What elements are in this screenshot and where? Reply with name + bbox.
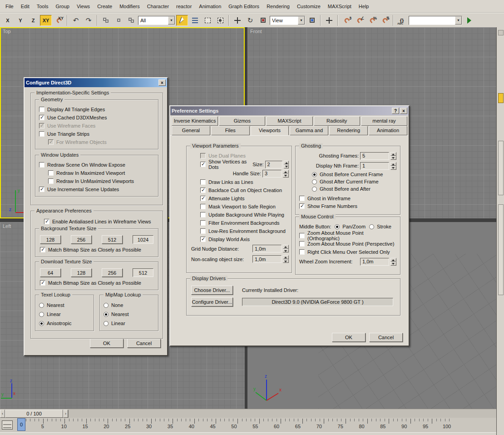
- radio-mipmap-nearest[interactable]: Nearest: [104, 310, 154, 319]
- rectangular-selection-region-button[interactable]: [202, 15, 213, 26]
- checkbox[interactable]: [40, 280, 45, 286]
- command-panel-button-sliver[interactable]: [498, 93, 504, 103]
- checkbox-attenuate-lights[interactable]: Attenuate Lights: [200, 194, 289, 203]
- axis-constraint-xy-button[interactable]: XY: [40, 15, 52, 26]
- checkbox-show-frame-numbers[interactable]: Show Frame Numbers: [299, 202, 396, 210]
- vertex-size-spinner[interactable]: [284, 161, 289, 168]
- radio-ghost-before-current[interactable]: Ghost Before Current Frame: [312, 171, 396, 178]
- handle-size-spinner[interactable]: [283, 170, 289, 178]
- menu-help[interactable]: Help: [355, 2, 373, 10]
- axis-constraint-x-button[interactable]: X: [2, 15, 14, 26]
- tab-radiosity[interactable]: Radiosity: [314, 116, 360, 126]
- redo-button[interactable]: ↷: [83, 15, 94, 26]
- checkbox-use-triangle-strips[interactable]: Use Triangle Strips: [39, 130, 154, 138]
- checkbox-redraw-in-maximized-viewport[interactable]: Redraw In Maximized Viewport: [48, 169, 154, 177]
- mini-curve-editor-button[interactable]: [2, 420, 13, 430]
- menu-graph-editors[interactable]: Graph Editors: [225, 2, 263, 10]
- checkbox-ghost-in-wireframe[interactable]: Ghost in Wireframe: [299, 194, 396, 202]
- select-object-button[interactable]: [176, 15, 188, 26]
- bg-size-256-button[interactable]: 256: [71, 235, 92, 244]
- menu-edit[interactable]: Edit: [17, 2, 33, 10]
- track-bar-ruler[interactable]: 0510152025303540455055606570758085909510…: [17, 418, 451, 432]
- checkbox-filter-environment-backgrounds[interactable]: Filter Environment Backgrounds: [200, 219, 289, 227]
- close-button[interactable]: ×: [400, 108, 407, 114]
- select-and-manipulate-button[interactable]: [323, 15, 335, 26]
- tab-general[interactable]: General: [172, 126, 210, 135]
- percent-snap-button[interactable]: %: [366, 15, 378, 26]
- checkbox-match-bitmap-size[interactable]: Match Bitmap Size as Closely as Possible: [37, 246, 156, 254]
- checkbox[interactable]: [39, 162, 44, 168]
- checkbox[interactable]: [44, 219, 49, 224]
- spinner-snap-button[interactable]: ⇅: [379, 15, 390, 26]
- radio-button[interactable]: [39, 303, 44, 308]
- radio-mipmap-linear[interactable]: Linear: [104, 319, 154, 328]
- window-crossing-button[interactable]: [214, 15, 226, 26]
- radio-ghost-after-current[interactable]: Ghost After Current Frame: [312, 178, 396, 185]
- axis-constraint-z-button[interactable]: Z: [27, 15, 39, 26]
- cancel-button[interactable]: Cancel: [369, 333, 403, 342]
- tab-inverse-kinematics[interactable]: Inverse Kinematics: [172, 116, 218, 126]
- checkbox[interactable]: [200, 204, 206, 209]
- time-slider-thumb[interactable]: ‹ 0 / 100 ›: [0, 410, 68, 418]
- radio-button[interactable]: [312, 172, 317, 177]
- checkbox[interactable]: [39, 123, 44, 129]
- checkbox-match-bitmap-size[interactable]: Match Bitmap Size as Closely as Possible: [37, 279, 156, 287]
- radio-texel-linear[interactable]: Linear: [39, 310, 90, 319]
- menu-maxscript[interactable]: MAXScript: [324, 2, 355, 10]
- dl-size-64-button[interactable]: 64: [40, 268, 61, 277]
- configure-driver-button[interactable]: Configure Driver...: [191, 297, 233, 306]
- dl-size-256-button[interactable]: 256: [102, 268, 123, 277]
- checkbox-backface-cull[interactable]: Backface Cull on Object Creation: [200, 186, 289, 194]
- checkbox[interactable]: [299, 203, 305, 209]
- snap-toggle-button[interactable]: 3: [341, 15, 352, 26]
- unlink-selection-button[interactable]: [113, 15, 124, 26]
- nth-frame-field[interactable]: 1: [360, 162, 389, 170]
- undo-button[interactable]: ↶: [70, 15, 82, 26]
- tab-files[interactable]: Files: [211, 126, 250, 135]
- track-bar[interactable]: 0510152025303540455055606570758085909510…: [0, 418, 496, 432]
- choose-driver-button[interactable]: Choose Driver...: [191, 286, 233, 295]
- chevron-down-icon[interactable]: ▼: [168, 16, 175, 25]
- angle-snap-button[interactable]: ∠: [353, 15, 365, 26]
- checkbox[interactable]: [39, 187, 44, 192]
- checkbox-mask-viewport-safe-region[interactable]: Mask Viewport to Safe Region: [200, 203, 289, 211]
- current-frame-marker[interactable]: 0: [17, 418, 25, 431]
- ok-button[interactable]: OK: [90, 339, 124, 348]
- checkbox[interactable]: [48, 170, 54, 176]
- axis-constraint-y-button[interactable]: Y: [15, 15, 26, 26]
- mirror-button[interactable]: [463, 15, 475, 26]
- bind-to-space-warp-button[interactable]: [125, 15, 137, 26]
- checkbox[interactable]: [39, 115, 44, 120]
- named-selection-sets-button[interactable]: {}ABC: [396, 15, 408, 26]
- nonscaling-spinner[interactable]: [283, 255, 289, 263]
- radio-stroke[interactable]: Stroke: [369, 222, 391, 231]
- checkbox-lowres-environment-background[interactable]: Low-Res Environment Background: [200, 227, 289, 235]
- radio-pan-zoom[interactable]: Pan/Zoom: [335, 222, 366, 231]
- tab-mental-ray[interactable]: mental ray: [361, 116, 407, 126]
- menu-tools[interactable]: Tools: [33, 2, 52, 10]
- checkbox-use-wireframe-faces[interactable]: Use Wireframe Faces: [39, 122, 154, 130]
- checkbox[interactable]: [200, 237, 206, 242]
- checkbox-enable-antialiased-lines[interactable]: Enable Antialiased Lines in Wireframe Vi…: [44, 218, 158, 226]
- ok-button[interactable]: OK: [332, 333, 366, 342]
- chevron-down-icon[interactable]: ▼: [298, 16, 305, 25]
- checkbox[interactable]: [200, 228, 206, 234]
- checkbox-draw-links-as-lines[interactable]: Draw Links as Lines: [200, 178, 289, 186]
- bg-size-128-button[interactable]: 128: [40, 235, 61, 244]
- time-slider-track[interactable]: ‹ 0 / 100 ›: [0, 409, 496, 418]
- grid-nudge-field[interactable]: 1,0m: [252, 245, 282, 252]
- radio-button[interactable]: [104, 303, 109, 308]
- ghosting-frames-field[interactable]: 5: [360, 152, 389, 160]
- selection-filter-dropdown[interactable]: All ▼: [138, 16, 175, 25]
- chevron-down-icon[interactable]: ▼: [455, 16, 462, 25]
- vertex-size-field[interactable]: 2: [265, 161, 282, 168]
- checkbox[interactable]: [299, 241, 305, 247]
- use-center-flyout-button[interactable]: [306, 15, 318, 26]
- radio-button[interactable]: [369, 224, 374, 229]
- checkbox[interactable]: [299, 233, 305, 238]
- checkbox-zoom-about-mouse-ortho[interactable]: Zoom About Mouse Point (Orthographic): [299, 232, 396, 240]
- radio-button[interactable]: [312, 179, 317, 184]
- radio-texel-nearest[interactable]: Nearest: [39, 301, 90, 310]
- checkbox-zoom-about-mouse-persp[interactable]: Zoom About Mouse Point (Perspective): [299, 240, 396, 248]
- previous-frame-button[interactable]: ‹: [0, 410, 5, 418]
